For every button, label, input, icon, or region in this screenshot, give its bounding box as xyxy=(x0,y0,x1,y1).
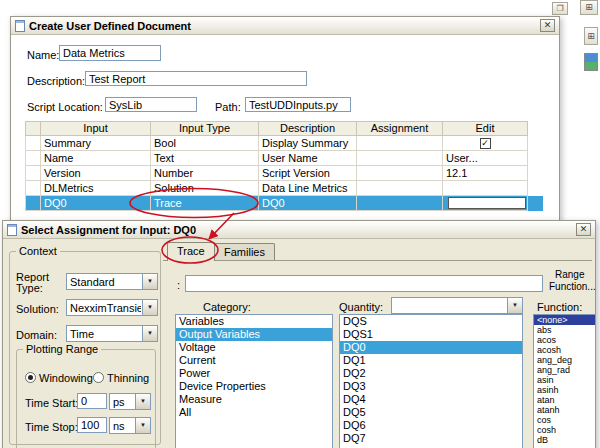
table-row[interactable]: DLMetrics Solution Data Line Metrics xyxy=(25,181,543,196)
category-list[interactable]: VariablesOutput VariablesVoltageCurrentP… xyxy=(175,314,333,448)
table-row[interactable]: Version Number Script Version 12.1 xyxy=(25,166,543,181)
quantity-item[interactable]: DQ2 xyxy=(340,367,522,380)
col-assignment[interactable]: Assignment xyxy=(357,121,443,136)
chevron-down-icon[interactable]: ▼ xyxy=(135,394,150,409)
time-stop-label: Time Stop: xyxy=(25,421,78,433)
function-item[interactable]: asin xyxy=(534,375,595,385)
dq0-edit-input[interactable] xyxy=(448,197,526,209)
function-item[interactable]: ang_deg xyxy=(534,355,595,365)
function-item[interactable]: dB xyxy=(534,435,595,445)
chevron-down-icon[interactable]: ▼ xyxy=(142,300,157,315)
function-item[interactable]: atanh xyxy=(534,405,595,415)
close-icon[interactable]: ✕ xyxy=(576,223,591,236)
quantity-item[interactable]: DQ3 xyxy=(340,380,522,393)
category-item[interactable]: Device Properties xyxy=(176,380,332,393)
table-row[interactable]: Summary Bool Display Summary ✓ xyxy=(25,136,543,151)
chevron-down-icon[interactable]: ▼ xyxy=(142,274,157,289)
create-udd-dialog: Create User Defined Document ✕ Name: Des… xyxy=(10,16,560,222)
panel-icon[interactable]: ⊞ xyxy=(580,0,598,15)
function-item[interactable]: cosh xyxy=(534,425,595,435)
function-item[interactable]: acos xyxy=(534,335,595,345)
select-assignment-dialog: Select Assignment for Input: DQ0 ✕ Trace… xyxy=(2,220,596,448)
plotting-range-legend: Plotting Range xyxy=(23,343,101,355)
domain-label: Domain: xyxy=(16,329,57,341)
version-edit-value[interactable]: 12.1 xyxy=(443,166,528,181)
tab-trace[interactable]: Trace xyxy=(167,242,215,261)
name-input[interactable] xyxy=(59,45,161,61)
col-input[interactable]: Input xyxy=(41,121,151,136)
thinning-radio[interactable] xyxy=(93,372,104,383)
close-icon[interactable]: ✕ xyxy=(540,19,555,32)
plotting-range-group: Plotting Range Windowing Thinning Time S… xyxy=(16,343,156,448)
report-type-combo[interactable]: Standard ▼ xyxy=(66,273,158,290)
category-item[interactable]: Current xyxy=(176,354,332,367)
function-item[interactable]: abs xyxy=(534,325,595,335)
script-location-label: Script Location: xyxy=(27,101,103,113)
quantity-combo[interactable]: ▼ xyxy=(391,297,523,314)
quantity-item[interactable]: DQS1 xyxy=(340,328,522,341)
select-assignment-title: Select Assignment for Input: DQ0 xyxy=(21,224,196,236)
toolbar-grid-icon[interactable]: ⊞ xyxy=(584,27,598,45)
select-assignment-titlebar[interactable]: Select Assignment for Input: DQ0 ✕ xyxy=(3,221,595,239)
table-row[interactable]: Name Text User Name User... xyxy=(25,151,543,166)
function-item[interactable]: asinh xyxy=(534,385,595,395)
windowing-radio[interactable] xyxy=(25,372,36,383)
function-item[interactable]: acosh xyxy=(534,345,595,355)
function-item[interactable]: ang_rad xyxy=(534,365,595,375)
category-item[interactable]: Voltage xyxy=(176,341,332,354)
report-type-label-2: Type: xyxy=(16,282,43,294)
range-function-label-2[interactable]: Function... xyxy=(549,281,596,292)
expression-input[interactable] xyxy=(185,275,543,292)
chevron-down-icon[interactable]: ▼ xyxy=(142,326,157,341)
category-item[interactable]: Variables xyxy=(176,315,332,328)
category-item[interactable]: Output Variables xyxy=(176,328,332,341)
category-item[interactable]: All xyxy=(176,406,332,419)
time-start-input[interactable] xyxy=(77,393,107,409)
create-udd-titlebar[interactable]: Create User Defined Document ✕ xyxy=(11,17,559,35)
quantity-label: Quantity: xyxy=(339,301,383,313)
time-stop-input[interactable] xyxy=(77,417,107,433)
document-icon xyxy=(15,20,25,32)
tab-families[interactable]: Families xyxy=(214,243,275,261)
time-start-unit-combo[interactable]: ps ▼ xyxy=(109,393,151,410)
quantity-item[interactable]: DQ4 xyxy=(340,393,522,406)
quantity-list[interactable]: DQSDQS1DQ0DQ1DQ2DQ3DQ4DQ5DQ6DQ7 xyxy=(339,314,523,448)
thinning-label: Thinning xyxy=(107,372,149,384)
function-item[interactable]: atan xyxy=(534,395,595,405)
time-stop-unit-combo[interactable]: ns ▼ xyxy=(109,417,151,434)
quantity-item[interactable]: DQ1 xyxy=(340,354,522,367)
window-restore-icon[interactable]: ❐ xyxy=(552,2,568,15)
solution-combo[interactable]: NexximTransient ▼ xyxy=(66,299,158,316)
expression-colon-label: : xyxy=(177,279,180,291)
app-icon[interactable] xyxy=(584,53,598,71)
summary-checkbox[interactable]: ✓ xyxy=(480,138,491,149)
quantity-item[interactable]: DQ0 xyxy=(340,341,522,354)
chevron-down-icon[interactable]: ▼ xyxy=(507,298,522,313)
script-location-input[interactable] xyxy=(105,97,197,112)
function-list[interactable]: <none>absacosacoshang_degang_radasinasin… xyxy=(533,314,596,448)
chevron-down-icon[interactable]: ▼ xyxy=(135,418,150,433)
quantity-item[interactable]: DQS xyxy=(340,315,522,328)
description-input[interactable] xyxy=(85,71,307,86)
col-description[interactable]: Description xyxy=(259,121,357,136)
inputs-table: Input Input Type Description Assignment … xyxy=(25,121,543,211)
quantity-item[interactable]: DQ6 xyxy=(340,419,522,432)
name-label: Name: xyxy=(27,49,59,61)
name-edit-value[interactable]: User... xyxy=(443,151,528,166)
path-input[interactable] xyxy=(245,97,351,112)
function-item[interactable]: cos xyxy=(534,415,595,425)
range-function-label[interactable]: Range xyxy=(555,269,584,280)
table-row-selected[interactable]: DQ0 Trace DQ0 xyxy=(25,196,543,211)
path-label: Path: xyxy=(215,101,241,113)
quantity-item[interactable]: DQ7 xyxy=(340,432,522,445)
quantity-item[interactable]: DQ5 xyxy=(340,406,522,419)
col-edit[interactable]: Edit xyxy=(443,121,528,136)
category-item[interactable]: Power xyxy=(176,367,332,380)
document-icon xyxy=(7,224,17,236)
create-udd-title: Create User Defined Document xyxy=(29,20,191,32)
function-label: Function: xyxy=(537,301,582,313)
function-item[interactable]: <none> xyxy=(534,315,595,325)
category-item[interactable]: Measure xyxy=(176,393,332,406)
col-input-type[interactable]: Input Type xyxy=(151,121,259,136)
domain-combo[interactable]: Time ▼ xyxy=(66,325,158,342)
